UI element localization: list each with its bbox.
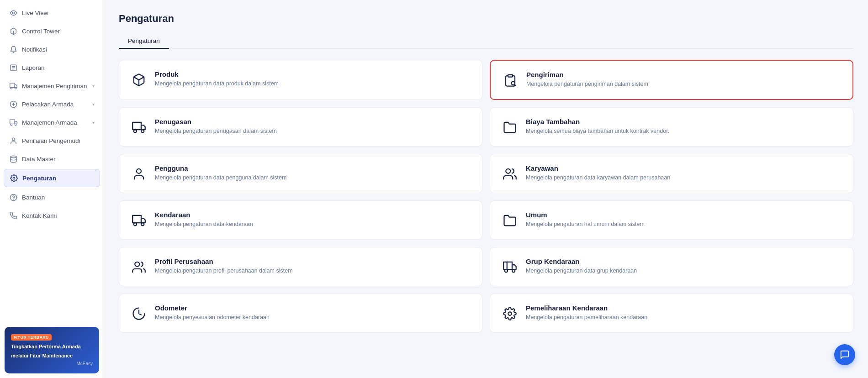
card-desc-kendaraan: Mengelola pengaturan data kendaraan (155, 220, 471, 229)
phone-icon (9, 211, 17, 220)
truck-big-icon (130, 212, 148, 229)
card-content-profil-perusahaan: Profil Perusahaan Mengelola pengaturan p… (155, 257, 471, 275)
sidebar-item-label-pengaturan: Pengaturan (22, 175, 56, 182)
banner-brand: McEasy (11, 361, 93, 366)
card-content-odometer: Odometer Mengelola penyesuaian odometer … (155, 304, 471, 322)
sidebar-item-label-laporan: Laporan (22, 64, 45, 71)
sidebar-item-label-kontak-kami: Kontak Kami (22, 212, 57, 219)
svg-point-42 (508, 312, 512, 315)
sidebar-item-notifikasi[interactable]: Notifikasi (0, 40, 104, 58)
chat-button[interactable] (834, 344, 855, 365)
sidebar-item-kontak-kami[interactable]: Kontak Kami (0, 206, 104, 225)
card-content-pemeliharaan-kendaraan: Pemeliharaan Kendaraan Mengelola pengatu… (526, 304, 842, 322)
folder2-icon (501, 212, 519, 229)
setting-card-biaya-tambahan[interactable]: Biaya Tambahan Mengelola semua biaya tam… (490, 107, 853, 147)
svg-point-17 (12, 138, 15, 141)
card-desc-karyawan: Mengelola pengaturan data karyawan dalam… (526, 174, 842, 182)
sidebar-item-laporan[interactable]: Laporan (0, 58, 104, 77)
tab-pengaturan[interactable]: Pengaturan (119, 34, 169, 49)
chevron-down-icon3: ▾ (92, 120, 95, 125)
card-title-pengiriman: Pengiriman (526, 71, 842, 79)
bell-icon (9, 45, 17, 53)
svg-point-16 (15, 124, 16, 126)
setting-card-kendaraan[interactable]: Kendaraan Mengelola pengaturan data kend… (119, 200, 482, 240)
sidebar-item-pengaturan[interactable]: Pengaturan (4, 169, 100, 187)
card-desc-pengiriman: Mengelola pengaturan pengiriman dalam si… (526, 80, 842, 89)
user-icon (130, 165, 148, 183)
card-content-pengguna: Pengguna Mengelola pengaturan data pengg… (155, 164, 471, 182)
card-desc-grup-kendaraan: Mengelola pengaturan data grup kendaraan (526, 267, 842, 275)
svg-point-18 (11, 156, 16, 158)
card-title-produk: Produk (155, 70, 471, 78)
sidebar-item-penilaian-pengemudi[interactable]: Penilaian Pengemudi (0, 131, 104, 150)
setting-card-odometer[interactable]: Odometer Mengelola penyesuaian odometer … (119, 294, 482, 333)
fleet-icon (9, 100, 17, 108)
card-desc-pemeliharaan-kendaraan: Mengelola pengaturan pemeliharaan kendar… (526, 314, 842, 322)
folder-icon (501, 119, 519, 136)
card-desc-profil-perusahaan: Mengelola pengaturan profil perusahaan d… (155, 267, 471, 275)
fleet2-icon (9, 118, 17, 126)
svg-rect-23 (508, 75, 513, 77)
sidebar-item-control-tower[interactable]: Control Tower (0, 22, 104, 40)
setting-card-pengiriman[interactable]: Pengiriman Mengelola pengaturan pengirim… (490, 60, 853, 100)
svg-point-31 (506, 169, 510, 173)
sidebar-item-label-control-tower: Control Tower (22, 28, 60, 35)
card-title-profil-perusahaan: Profil Perusahaan (155, 257, 471, 265)
svg-rect-13 (10, 120, 15, 124)
card-content-produk: Produk Mengelola pengaturan data produk … (155, 70, 471, 88)
card-title-pemeliharaan-kendaraan: Pemeliharaan Kendaraan (526, 304, 842, 312)
sidebar-item-live-view[interactable]: Live View (0, 4, 104, 22)
svg-marker-38 (512, 265, 516, 269)
sidebar-item-label-notifikasi: Notifikasi (22, 46, 47, 53)
sidebar-item-manajemen-armada[interactable]: Manajemen Armada ▾ (0, 113, 104, 131)
setting-card-umum[interactable]: Umum Mengelola pengaturan hal umum dalam… (490, 200, 853, 240)
sidebar-item-bantuan[interactable]: Bantuan (0, 188, 104, 206)
card-desc-odometer: Mengelola penyesuaian odometer kendaraan (155, 314, 471, 322)
driver-icon (9, 136, 17, 145)
svg-marker-14 (15, 121, 17, 124)
setting-card-produk[interactable]: Produk Mengelola pengaturan data produk … (119, 60, 482, 100)
settings-icon (10, 174, 18, 182)
banner-text-line1: Tingkatkan Performa Armada (11, 343, 93, 350)
svg-point-15 (11, 124, 12, 126)
svg-marker-33 (141, 218, 145, 223)
sidebar-banner[interactable]: FITUR TERBARU Tingkatkan Performa Armada… (5, 327, 99, 373)
svg-marker-27 (141, 125, 145, 130)
card-content-biaya-tambahan: Biaya Tambahan Mengelola semua biaya tam… (526, 118, 842, 136)
sidebar-item-label-manajemen-armada: Manajemen Armada (22, 119, 77, 126)
svg-point-19 (13, 177, 15, 179)
setting-card-karyawan[interactable]: Karyawan Mengelola pengaturan data karya… (490, 154, 853, 193)
card-desc-penugasan: Mengelola pengaturan penugasan dalam sis… (155, 127, 471, 136)
card-content-karyawan: Karyawan Mengelola pengaturan data karya… (526, 164, 842, 182)
sidebar-item-label-data-master: Data Master (22, 156, 56, 163)
database-icon (9, 155, 17, 163)
card-title-umum: Umum (526, 211, 842, 219)
card-desc-biaya-tambahan: Mengelola semua biaya tambahan untuk kon… (526, 127, 842, 136)
card-title-kendaraan: Kendaraan (155, 211, 471, 219)
clipboard-icon (502, 72, 519, 89)
setting-card-grup-kendaraan[interactable]: Grup Kendaraan Mengelola pengaturan data… (490, 247, 853, 286)
sidebar-item-manajemen-pengiriman[interactable]: Manajemen Pengiriman ▾ (0, 77, 104, 95)
svg-point-8 (11, 87, 12, 89)
sidebar-item-pelacakan-armada[interactable]: Pelacakan Armada ▾ (0, 95, 104, 113)
company-icon (130, 258, 148, 276)
report-icon (9, 63, 17, 72)
card-content-umum: Umum Mengelola pengaturan hal umum dalam… (526, 211, 842, 229)
svg-point-28 (134, 130, 137, 132)
truck-small-icon (130, 119, 148, 136)
sidebar-item-data-master[interactable]: Data Master (0, 150, 104, 168)
sidebar-item-label-pelacakan-armada: Pelacakan Armada (22, 101, 74, 108)
setting-card-penugasan[interactable]: Penugasan Mengelola pengaturan penugasan… (119, 107, 482, 147)
setting-card-profil-perusahaan[interactable]: Profil Perusahaan Mengelola pengaturan p… (119, 247, 482, 286)
card-title-grup-kendaraan: Grup Kendaraan (526, 257, 842, 265)
card-desc-produk: Mengelola pengaturan data produk dalam s… (155, 80, 471, 88)
setting-card-pemeliharaan-kendaraan[interactable]: Pemeliharaan Kendaraan Mengelola pengatu… (490, 294, 853, 333)
sidebar-item-label-bantuan: Bantuan (22, 194, 45, 201)
settings-grid: Produk Mengelola pengaturan data produk … (119, 60, 853, 333)
svg-point-36 (135, 262, 139, 267)
setting-card-pengguna[interactable]: Pengguna Mengelola pengaturan data pengg… (119, 154, 482, 193)
page-title: Pengaturan (119, 13, 853, 25)
speedometer-icon (130, 305, 148, 322)
card-title-biaya-tambahan: Biaya Tambahan (526, 118, 842, 126)
eye-icon (9, 9, 17, 17)
